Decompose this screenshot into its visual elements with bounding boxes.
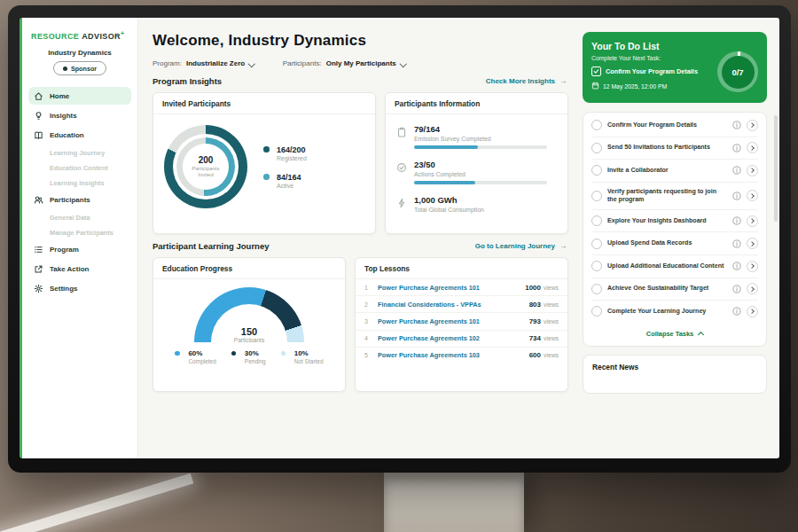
task-checkbox[interactable] [591,306,602,317]
info-icon[interactable] [732,144,741,153]
sponsor-badge[interactable]: Sponsor [53,61,106,75]
sidebar-item-manage-participants[interactable]: Manage Participants [28,225,131,239]
sidebar-item-participants[interactable]: Participants [28,191,131,208]
participants-filter[interactable]: Participants: Only My Participants [283,59,406,67]
stat-value: 1,000 GWh [414,195,484,205]
lesson-rank: 4 [364,335,372,341]
lesson-link[interactable]: Financial Considerations - VPPAs [378,301,523,309]
chevron-right-icon[interactable] [747,283,758,294]
lesson-rank: 2 [364,301,372,308]
sidebar-item-settings[interactable]: Settings [28,279,131,297]
lesson-row: 1 Power Purchase Agreements 101 1000view… [356,279,567,296]
info-icon[interactable] [732,192,741,200]
chevron-right-icon[interactable] [747,120,758,131]
sidebar-item-program[interactable]: Program [28,240,131,258]
invited-legend-dot [263,146,270,153]
task-row[interactable]: Invite a Collaborator [591,160,758,183]
task-checkbox[interactable] [591,284,602,294]
sidebar-item-insights[interactable]: Insights [28,106,131,124]
info-icon[interactable] [732,262,741,270]
go-to-learning-journey-link[interactable]: Go to Learning Journey → [475,242,567,250]
chevron-right-icon[interactable] [747,142,758,153]
info-icon[interactable] [732,121,741,129]
task-checkbox[interactable] [591,261,602,271]
sidebar-subitem-label: Learning Insights [50,179,105,187]
gauge-center-label: Participants [194,337,304,342]
info-icon[interactable] [732,216,741,225]
sidebar-item-take-action[interactable]: Take Action [28,260,131,278]
book-icon [34,130,43,140]
task-row[interactable]: Confirm Your Program Details [591,114,758,137]
sidebar-item-learning-journey[interactable]: Learning Journey [28,145,131,160]
lesson-row: 5 Power Purchase Agreements 103 600views [356,348,567,364]
scrollbar[interactable] [774,115,778,222]
task-row[interactable]: Send 50 Invitations to Participants [591,137,758,160]
task-checkbox[interactable] [591,239,602,249]
sidebar-item-label: Insights [50,112,77,120]
program-filter[interactable]: Program: Industrialize Zero [153,59,254,67]
task-checkbox[interactable] [591,215,602,226]
lesson-views-unit: views [544,318,559,325]
task-row[interactable]: Complete Your Learning Journey [591,301,758,323]
info-icon[interactable] [732,166,741,175]
task-row[interactable]: Upload Spend Data Records [591,232,758,255]
lesson-link[interactable]: Power Purchase Agreements 102 [378,334,523,342]
chevron-right-icon[interactable] [747,238,758,249]
sponsor-label: Sponsor [71,65,97,73]
chevron-right-icon[interactable] [747,165,758,176]
home-icon [34,91,43,101]
education-legend-dot [281,351,286,356]
participants-filter-label: Participants: [283,59,322,67]
task-row[interactable]: Upload Additional Educational Content [591,255,758,278]
sidebar-subitem-label: Learning Journey [50,149,105,157]
sidebar-item-general-data[interactable]: General Data [28,210,131,224]
task-checkbox[interactable] [591,143,602,153]
collapse-tasks-link[interactable]: Collapse Tasks [591,323,758,344]
task-checkbox[interactable] [591,191,602,201]
section-title: Participant Learning Journey [153,241,269,251]
link-label: Go to Learning Journey [475,242,555,250]
sidebar: RESOURCEADVISOR+ Industry Dynamics Spons… [22,18,138,458]
participants-filter-value: Only My Participants [326,59,396,67]
chevron-right-icon[interactable] [747,261,758,272]
info-icon[interactable] [732,239,741,248]
task-row[interactable]: Achieve One Sustainability Target [591,278,758,301]
sidebar-item-education[interactable]: Education [28,126,131,144]
invited-participants-donut: 200 Participants Invited [164,125,247,208]
task-row[interactable]: Verify participants requesting to join t… [591,183,758,210]
legend-label: Registered [277,155,307,161]
program-insights-header: Program Insights Check More Insights → [153,76,567,86]
task-checkbox[interactable] [591,165,602,176]
chevron-right-icon[interactable] [747,306,758,317]
recent-news-card: Recent News [583,355,767,394]
chevron-right-icon[interactable] [747,215,758,227]
lesson-link[interactable]: Power Purchase Agreements 101 [378,284,519,292]
task-label: Upload Additional Educational Content [607,262,727,270]
todo-panel: Your To Do List Complete Your Next Task:… [579,18,779,458]
participants-information-card: Participants Information 79/164 Emission… [385,92,568,234]
lesson-link[interactable]: Power Purchase Agreements 103 [378,351,523,359]
legend-value: 84/164 [277,173,307,182]
progress-fill [414,181,475,184]
checkbox-icon[interactable] [591,66,601,76]
monitor: RESOURCEADVISOR+ Industry Dynamics Spons… [8,5,791,473]
lesson-views: 1000 [525,284,541,292]
stat-row: 79/164 Emission Survey Completed [396,124,557,149]
check-more-insights-link[interactable]: Check More Insights → [486,77,567,85]
brand-primary: RESOURCE [31,32,79,41]
lesson-row: 4 Power Purchase Agreements 102 734views [356,331,567,348]
info-icon[interactable] [732,307,741,316]
sidebar-item-education-content[interactable]: Education Content [28,160,131,175]
lesson-link[interactable]: Power Purchase Agreements 101 [378,317,523,325]
legend-value: 30% [245,349,266,357]
info-icon[interactable] [732,285,741,293]
stat-value: 79/164 [414,124,547,134]
sidebar-item-home[interactable]: Home [28,87,131,105]
chevron-right-icon[interactable] [747,190,758,201]
task-checkbox[interactable] [591,120,602,130]
todo-next-task: Confirm Your Program Details [606,67,698,75]
task-row[interactable]: Explore Your Insights Dashboard [591,210,758,233]
lesson-views: 803 [529,301,541,309]
sidebar-item-learning-insights[interactable]: Learning Insights [28,176,131,190]
section-title: Program Insights [153,76,222,86]
